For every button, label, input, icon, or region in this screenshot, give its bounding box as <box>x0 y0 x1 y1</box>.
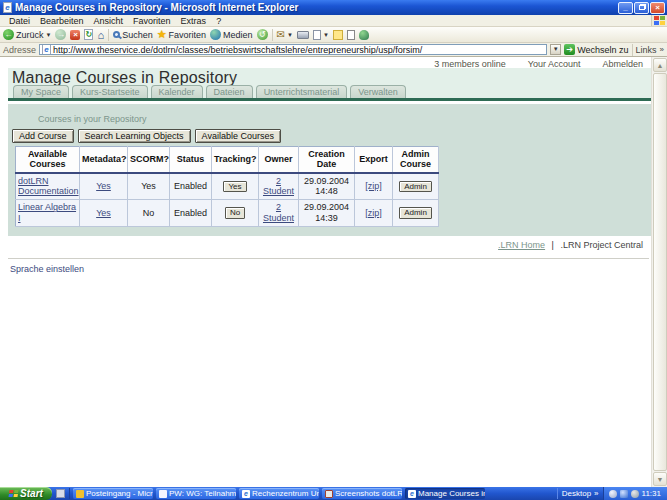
favorites-icon: ★ <box>157 28 167 41</box>
start-label: Start <box>20 488 43 499</box>
flag-yellow <box>660 21 665 25</box>
quick-launch-icon[interactable] <box>56 489 65 498</box>
scorm-value: Yes <box>128 173 170 200</box>
scrollbar-thumb[interactable] <box>653 73 667 471</box>
restore-button[interactable] <box>634 2 649 14</box>
research-button[interactable] <box>347 30 355 40</box>
lrn-home-link[interactable]: .LRN Home <box>498 240 545 250</box>
owner-link[interactable]: 2 Student <box>263 176 294 197</box>
go-button[interactable]: ➔ Wechseln zu <box>564 44 628 55</box>
language-settings-link[interactable]: Sprache einstellen <box>10 264 84 274</box>
repository-panel: Courses in your Repository Add Course Se… <box>8 104 651 236</box>
taskbar-item-mail-message[interactable]: PW: WG: Teilnahme v... <box>156 488 236 499</box>
flag-green <box>660 16 665 20</box>
mail-icon: ✉ <box>277 29 285 40</box>
discuss-button[interactable] <box>333 30 343 40</box>
mail-button[interactable]: ✉▼ <box>277 29 293 40</box>
course-link[interactable]: dotLRN Documentation <box>18 176 79 197</box>
lrn-project-central-link[interactable]: .LRN Project Central <box>560 240 643 250</box>
menu-datei[interactable]: Datei <box>4 16 35 26</box>
desktop-chevron-icon[interactable]: » <box>594 489 598 498</box>
page-header-band: Manage Courses in Repository My Space Ku… <box>8 68 651 101</box>
quick-launch-area <box>52 488 70 499</box>
zip-export-link[interactable]: [zip] <box>365 181 382 191</box>
history-button[interactable]: ↺ <box>257 29 268 40</box>
scroll-down-button[interactable]: ▼ <box>653 472 667 486</box>
media-button[interactable]: Medien <box>210 29 253 40</box>
tab-my-space[interactable]: My Space <box>13 85 69 98</box>
menu-favoriten[interactable]: Favoriten <box>128 16 176 26</box>
messenger-button[interactable] <box>359 30 369 40</box>
home-button[interactable]: ⌂ <box>97 29 104 41</box>
taskbar-item-rechenzentrum[interactable]: e Rechenzentrum Uni K... <box>239 488 319 499</box>
close-button[interactable]: × <box>650 2 665 14</box>
tab-kalender[interactable]: Kalender <box>151 85 203 98</box>
edit-dropdown-icon[interactable]: ▼ <box>323 32 329 38</box>
owner-link[interactable]: 2 Student <box>263 202 294 223</box>
admin-button[interactable]: Admin <box>399 207 432 219</box>
menu-ansicht[interactable]: Ansicht <box>89 16 129 26</box>
ie-window-icon: e <box>3 2 12 13</box>
edit-button[interactable]: ▼ <box>313 30 329 40</box>
taskbar-clock[interactable]: 11:31 <box>642 489 661 498</box>
links-toolbar-label[interactable]: Links <box>636 45 657 55</box>
taskbar-item-manage-courses[interactable]: e Manage Courses in R... <box>405 488 485 499</box>
back-button[interactable]: ← Zurück ▼ <box>3 29 51 40</box>
window-titlebar[interactable]: e Manage Courses in Repository - Microso… <box>0 0 667 15</box>
search-button[interactable]: Suchen <box>113 30 153 40</box>
status-value: Enabled <box>170 173 212 200</box>
mail-dropdown-icon[interactable]: ▼ <box>287 32 293 38</box>
col-available-courses: Available Courses <box>16 147 80 173</box>
menu-extras[interactable]: Extras <box>176 16 212 26</box>
stop-button[interactable]: × <box>70 30 80 40</box>
tray-icon-2[interactable] <box>620 490 628 498</box>
favorites-button[interactable]: ★ Favoriten <box>157 28 206 41</box>
address-dropdown-button[interactable]: ▼ <box>550 44 561 55</box>
taskbar-item-screenshots[interactable]: Screenshots dotLRN... <box>322 488 402 499</box>
courses-table: Available Courses Metadata? SCORM? Statu… <box>15 146 439 227</box>
admin-button[interactable]: Admin <box>399 181 432 193</box>
footer-links: .LRN Home | .LRN Project Central <box>498 240 643 250</box>
available-courses-button[interactable]: Available Courses <box>195 129 281 143</box>
metadata-link[interactable]: Yes <box>96 208 111 218</box>
address-input[interactable]: e http://www.theservice.de/dotlrn/classe… <box>39 44 547 55</box>
metadata-link[interactable]: Yes <box>96 181 111 191</box>
ie-icon: e <box>242 490 250 498</box>
course-link[interactable]: Linear Algebra I <box>18 202 76 223</box>
tray-icon-3[interactable] <box>631 490 639 498</box>
messenger-icon <box>359 30 369 40</box>
tab-verwalten[interactable]: Verwalten <box>350 85 406 98</box>
taskbar-item-posteingang[interactable]: Posteingang - Micros... <box>73 488 153 499</box>
scroll-up-button[interactable]: ▲ <box>653 58 667 72</box>
go-icon: ➔ <box>564 44 575 55</box>
tab-kurs-startseite[interactable]: Kurs-Startseite <box>72 85 148 98</box>
search-learning-objects-button[interactable]: Search Learning Objects <box>78 129 191 143</box>
refresh-button[interactable]: ↻ <box>84 29 93 40</box>
window-title: Manage Courses in Repository - Microsoft… <box>15 2 618 13</box>
menu-bearbeiten[interactable]: Bearbeiten <box>35 16 89 26</box>
favorites-label: Favoriten <box>169 30 207 40</box>
research-icon <box>347 30 355 40</box>
links-chevron-icon[interactable]: » <box>660 45 664 54</box>
print-button[interactable] <box>297 31 309 39</box>
start-button[interactable]: Start <box>0 487 52 500</box>
flag-blue <box>9 494 13 497</box>
forward-button[interactable]: → <box>55 29 66 40</box>
add-course-button[interactable]: Add Course <box>12 129 74 143</box>
tab-dateien[interactable]: Dateien <box>206 85 253 98</box>
tracking-button[interactable]: Yes <box>223 181 246 193</box>
col-owner: Owner <box>259 147 299 173</box>
url-page-icon: e <box>42 44 51 55</box>
tray-icon-1[interactable] <box>609 490 617 498</box>
tab-unterrichtsmaterial[interactable]: Unterrichtsmaterial <box>256 85 348 98</box>
mail-message-icon <box>159 490 167 498</box>
toolbar-separator <box>108 29 109 41</box>
minimize-button[interactable]: _ <box>618 2 633 14</box>
back-dropdown-icon[interactable]: ▼ <box>46 32 52 38</box>
zip-export-link[interactable]: [zip] <box>365 208 382 218</box>
history-icon: ↺ <box>257 29 268 40</box>
col-scorm: SCORM? <box>128 147 170 173</box>
menu-hilfe[interactable]: ? <box>211 16 226 26</box>
tracking-button[interactable]: No <box>225 207 245 219</box>
desktop-toolbar[interactable]: Desktop » <box>557 488 603 499</box>
